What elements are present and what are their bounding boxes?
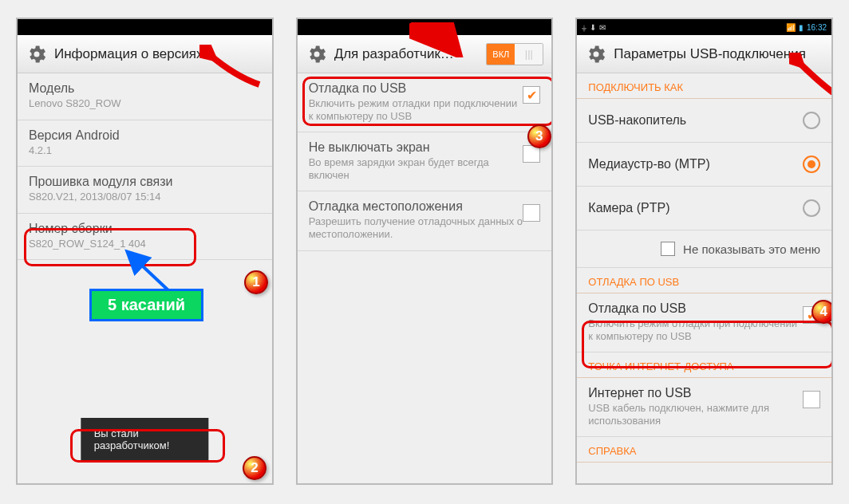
- option-ptp[interactable]: Камера (PTP): [577, 187, 831, 230]
- section-help: СПРАВКА: [577, 437, 831, 463]
- clock: 16:32: [807, 23, 827, 32]
- row-mock-locations[interactable]: Отладка местоположения Разрешить получен…: [298, 191, 552, 250]
- annotation-badge: 1: [244, 270, 268, 294]
- toggle-off-label: |||: [515, 44, 543, 65]
- label: Отладка местоположения: [309, 199, 523, 214]
- value: Lenovo S820_ROW: [29, 97, 261, 110]
- screen-usb-connection: ⏚ ⬇ ✉ 📶 ▮ 16:32 Параметры USB-подключени…: [575, 18, 833, 485]
- screen-version-info: Информация о версиях Модель Lenovo S820_…: [16, 18, 274, 485]
- master-toggle[interactable]: ВКЛ |||: [486, 43, 543, 65]
- description: Включить режим отладки при подключении к…: [309, 97, 523, 122]
- header: Параметры USB-подключения: [577, 35, 831, 73]
- section-tether: ТОЧКА ИНТЕРНЕТ-ДОСТУПА: [577, 352, 831, 378]
- settings-list: ПОДКЛЮЧИТЬ КАК USB-накопитель Медиаустр-…: [577, 73, 831, 463]
- row-usb-tethering[interactable]: Интернет по USB USB кабель подключен, на…: [577, 378, 831, 437]
- settings-list: Модель Lenovo S820_ROW Версия Android 4.…: [18, 73, 272, 260]
- label: Интернет по USB: [588, 386, 803, 400]
- label: Медиаустр-во (MTP): [588, 157, 803, 171]
- label: Не выключать экран: [309, 140, 523, 155]
- annotation-badge: 3: [527, 124, 551, 148]
- toggle-on-label: ВКЛ: [487, 44, 515, 65]
- value: S820.V21, 2013/08/07 15:14: [29, 191, 261, 203]
- option-dont-show[interactable]: Не показывать это меню: [577, 230, 831, 268]
- gear-icon: [26, 43, 48, 65]
- radio-icon[interactable]: [803, 156, 820, 173]
- checkbox-icon[interactable]: [661, 242, 675, 256]
- option-mtp[interactable]: Медиаустр-во (MTP): [577, 143, 831, 187]
- screen-developer-options: Для разработчик… ВКЛ ||| Отладка по USB …: [296, 18, 554, 485]
- page-title: Параметры USB-подключения: [614, 46, 823, 62]
- header: Для разработчик… ВКЛ |||: [298, 35, 552, 73]
- annotation-hint: 5 касаний: [89, 289, 203, 321]
- row-build-number[interactable]: Номер сборки S820_ROW_S124_1 404: [18, 214, 272, 261]
- label: Модель: [29, 81, 261, 96]
- usb-icon: ⏚: [582, 23, 586, 32]
- row-baseband[interactable]: Прошивка модуля связи S820.V21, 2013/08/…: [18, 167, 272, 214]
- description: USB кабель подключен, нажмите для исполь…: [588, 402, 803, 427]
- status-bar: ⏚ ⬇ ✉ 📶 ▮ 16:32: [577, 19, 831, 35]
- annotation-badge: 2: [243, 456, 267, 480]
- mail-icon: ✉: [599, 23, 606, 32]
- label: Камера (PTP): [588, 201, 803, 215]
- label: Номер сборки: [29, 222, 261, 236]
- radio-icon[interactable]: [803, 199, 820, 217]
- description: Разрешить получение отладочных данных о …: [309, 215, 523, 240]
- status-bar: [18, 19, 272, 35]
- page-title: Для разработчик…: [334, 46, 480, 62]
- status-bar: [298, 19, 552, 35]
- row-stay-awake[interactable]: Не выключать экран Во время зарядки экра…: [298, 132, 552, 191]
- toast-message: Вы стали разработчиком!: [81, 418, 208, 461]
- description: Во время зарядки экран будет всегда вклю…: [309, 156, 523, 181]
- settings-list: Отладка по USB Включить режим отладки пр…: [298, 73, 552, 251]
- download-icon: ⬇: [590, 23, 596, 32]
- annotation-badge: 4: [811, 300, 833, 324]
- label: Не показывать это меню: [683, 242, 820, 256]
- wifi-icon: 📶: [786, 23, 796, 32]
- value: 4.2.1: [29, 144, 261, 157]
- label: Прошивка модуля связи: [29, 175, 261, 189]
- checkbox-icon[interactable]: [523, 204, 540, 222]
- option-usb-storage[interactable]: USB-накопитель: [577, 99, 831, 143]
- row-android-version[interactable]: Версия Android 4.2.1: [18, 120, 272, 167]
- label: Отладка по USB: [309, 81, 523, 96]
- value: S820_ROW_S124_1 404: [29, 238, 261, 250]
- gear-icon: [306, 43, 328, 65]
- checkbox-icon[interactable]: ✔: [523, 86, 540, 104]
- gear-icon: [585, 43, 607, 65]
- checkbox-icon[interactable]: [803, 391, 820, 408]
- header: Информация о версиях: [18, 35, 272, 73]
- label: Отладка по USB: [588, 301, 803, 316]
- label: Версия Android: [29, 128, 261, 143]
- description: Включить режим отладки при подключении к…: [588, 317, 803, 342]
- section-connect-as: ПОДКЛЮЧИТЬ КАК: [577, 73, 831, 99]
- row-model[interactable]: Модель Lenovo S820_ROW: [18, 73, 272, 120]
- row-usb-debugging[interactable]: Отладка по USB Включить режим отладки пр…: [298, 73, 552, 132]
- battery-icon: ▮: [799, 23, 804, 32]
- section-usb-debug: ОТЛАДКА ПО USB: [577, 268, 831, 293]
- row-usb-debugging[interactable]: Отладка по USB Включить режим отладки пр…: [577, 293, 831, 352]
- page-title: Информация о версиях: [54, 46, 264, 62]
- label: USB-накопитель: [588, 113, 803, 128]
- radio-icon[interactable]: [803, 112, 820, 129]
